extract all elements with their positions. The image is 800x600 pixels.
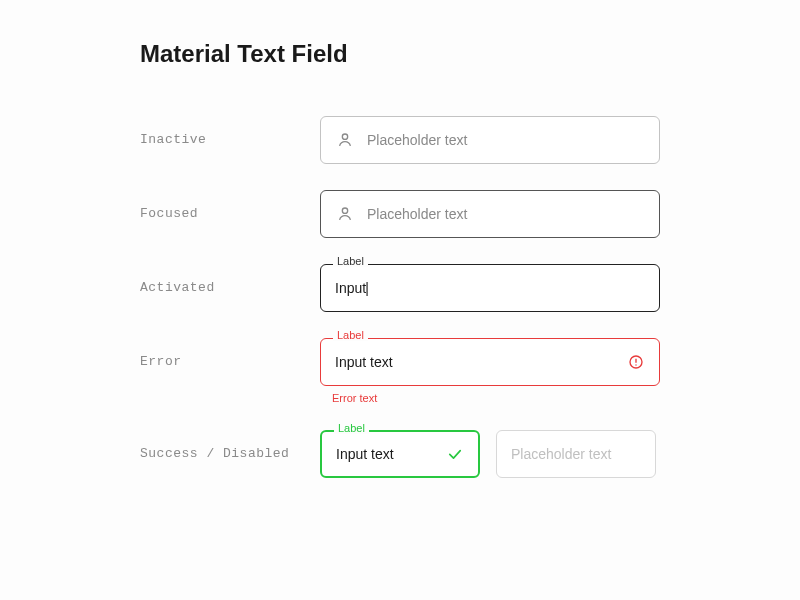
- placeholder-text: Placeholder text: [511, 446, 611, 462]
- row-inactive: Inactive Placeholder text: [140, 116, 800, 164]
- textfield-success[interactable]: Label Input text: [320, 430, 480, 478]
- placeholder-text: Placeholder text: [367, 206, 467, 222]
- person-icon: [335, 204, 355, 224]
- svg-point-4: [635, 364, 636, 365]
- floating-label: Label: [334, 423, 369, 434]
- person-icon: [335, 130, 355, 150]
- textfield-disabled: Placeholder text: [496, 430, 656, 478]
- textfield-activated[interactable]: Label Input: [320, 264, 660, 312]
- floating-label: Label: [333, 256, 368, 267]
- state-label-focused: Focused: [140, 190, 320, 221]
- textfield-error[interactable]: Label Input text: [320, 338, 660, 386]
- textfield-focused[interactable]: Placeholder text: [320, 190, 660, 238]
- input-value: Input text: [335, 354, 393, 370]
- svg-point-1: [342, 208, 347, 213]
- row-activated: Activated Label Input: [140, 264, 800, 312]
- input-value: Input text: [336, 446, 394, 462]
- textfield-inactive[interactable]: Placeholder text: [320, 116, 660, 164]
- state-label-error: Error: [140, 338, 320, 369]
- placeholder-text: Placeholder text: [367, 132, 467, 148]
- state-label-inactive: Inactive: [140, 116, 320, 147]
- row-success-disabled: Success / Disabled Label Input text Plac…: [140, 430, 800, 478]
- row-error: Error Label Input text Error text: [140, 338, 800, 404]
- row-focused: Focused Placeholder text: [140, 190, 800, 238]
- svg-point-0: [342, 134, 347, 139]
- input-value: Input: [335, 280, 369, 296]
- state-label-activated: Activated: [140, 264, 320, 295]
- error-helper-text: Error text: [320, 392, 660, 404]
- state-label-success-disabled: Success / Disabled: [140, 430, 320, 461]
- error-circle-icon: [627, 353, 645, 371]
- check-icon: [446, 445, 464, 463]
- page-title: Material Text Field: [140, 40, 800, 68]
- floating-label: Label: [333, 330, 368, 341]
